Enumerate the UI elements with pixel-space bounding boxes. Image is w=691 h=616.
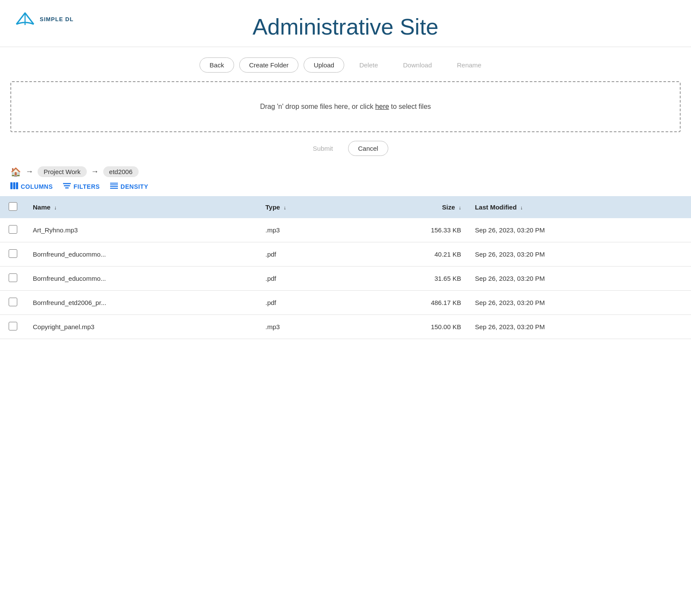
upload-button[interactable]: Upload (304, 57, 344, 73)
page-header: SIMPLE DL Administrative Site (0, 0, 691, 47)
download-button: Download (393, 57, 442, 73)
svg-rect-3 (16, 182, 18, 189)
svg-rect-2 (13, 182, 16, 189)
cancel-button[interactable]: Cancel (348, 141, 388, 156)
home-icon[interactable]: 🏠 (10, 167, 21, 177)
table-row[interactable]: Bornfreund_etd2006_pr....pdf486.17 KBSep… (0, 291, 691, 315)
table-row[interactable]: Bornfreund_educommo....pdf40.21 KBSep 26… (0, 242, 691, 267)
density-icon (110, 182, 118, 191)
col-header-size[interactable]: Size ↓ (351, 196, 468, 218)
breadcrumb: 🏠 → Project Work → etd2006 (0, 166, 691, 182)
logo-icon (14, 9, 36, 29)
columns-control[interactable]: COLUMNS (10, 182, 53, 191)
dropzone-link[interactable]: here (375, 103, 389, 110)
dropzone-text-before: Drag 'n' drop some files here, or click (260, 103, 375, 110)
file-table: Name ↓ Type ↓ Size ↓ Last Modified ↓ Art… (0, 196, 691, 339)
table-header-row: Name ↓ Type ↓ Size ↓ Last Modified ↓ (0, 196, 691, 218)
row-name: Copyright_panel.mp3 (26, 315, 259, 339)
row-type: .mp3 (259, 218, 351, 242)
row-checkbox-cell (0, 267, 26, 291)
row-size: 31.65 KB (351, 267, 468, 291)
row-checkbox-cell (0, 242, 26, 267)
form-actions: Submit Cancel (0, 141, 691, 156)
submit-button: Submit (303, 141, 343, 156)
row-name: Bornfreund_educommo... (26, 267, 259, 291)
row-type: .pdf (259, 242, 351, 267)
col-header-last-modified[interactable]: Last Modified ↓ (468, 196, 691, 218)
row-checkbox-2[interactable] (9, 273, 17, 282)
col-header-name[interactable]: Name ↓ (26, 196, 259, 218)
table-toolbar: COLUMNS FILTERS DENSITY (0, 182, 691, 196)
breadcrumb-etd2006[interactable]: etd2006 (103, 166, 139, 177)
row-last-modified: Sep 26, 2023, 03:20 PM (468, 315, 691, 339)
density-label: DENSITY (120, 183, 148, 190)
filters-control[interactable]: FILTERS (63, 182, 100, 191)
row-type: .pdf (259, 267, 351, 291)
dropzone[interactable]: Drag 'n' drop some files here, or click … (10, 81, 681, 132)
row-last-modified: Sep 26, 2023, 03:20 PM (468, 291, 691, 315)
svg-rect-1 (10, 182, 13, 189)
col-header-checkbox[interactable] (0, 196, 26, 218)
density-control[interactable]: DENSITY (110, 182, 148, 191)
create-folder-button[interactable]: Create Folder (239, 57, 299, 73)
filters-icon (63, 182, 71, 191)
row-name: Bornfreund_educommo... (26, 242, 259, 267)
table-row[interactable]: Copyright_panel.mp3.mp3150.00 KBSep 26, … (0, 315, 691, 339)
type-sort-icon: ↓ (284, 205, 286, 211)
row-name: Art_Ryhno.mp3 (26, 218, 259, 242)
row-size: 486.17 KB (351, 291, 468, 315)
columns-label: COLUMNS (21, 183, 53, 190)
breadcrumb-project-work[interactable]: Project Work (38, 166, 87, 177)
row-checkbox-1[interactable] (9, 249, 17, 258)
row-size: 40.21 KB (351, 242, 468, 267)
row-checkbox-cell (0, 315, 26, 339)
size-sort-icon: ↓ (459, 205, 461, 211)
table-row[interactable]: Bornfreund_educommo....pdf31.65 KBSep 26… (0, 267, 691, 291)
last-modified-sort-icon: ↓ (520, 205, 523, 211)
row-last-modified: Sep 26, 2023, 03:20 PM (468, 218, 691, 242)
row-last-modified: Sep 26, 2023, 03:20 PM (468, 267, 691, 291)
row-size: 156.33 KB (351, 218, 468, 242)
row-type: .mp3 (259, 315, 351, 339)
main-toolbar: Back Create Folder Upload Delete Downloa… (0, 47, 691, 81)
row-type: .pdf (259, 291, 351, 315)
row-name: Bornfreund_etd2006_pr... (26, 291, 259, 315)
row-checkbox-cell (0, 291, 26, 315)
row-checkbox-3[interactable] (9, 298, 17, 306)
page-title: Administrative Site (253, 14, 439, 40)
dropzone-text-after: to select files (389, 103, 431, 110)
table-row[interactable]: Art_Ryhno.mp3.mp3156.33 KBSep 26, 2023, … (0, 218, 691, 242)
columns-icon (10, 182, 18, 191)
back-button[interactable]: Back (200, 57, 234, 73)
filters-label: FILTERS (73, 183, 100, 190)
select-all-checkbox[interactable] (9, 202, 17, 211)
row-checkbox-0[interactable] (9, 225, 17, 234)
row-checkbox-4[interactable] (9, 322, 17, 330)
row-last-modified: Sep 26, 2023, 03:20 PM (468, 242, 691, 267)
row-size: 150.00 KB (351, 315, 468, 339)
delete-button: Delete (349, 57, 388, 73)
logo-text: SIMPLE DL (40, 16, 73, 22)
row-checkbox-cell (0, 218, 26, 242)
file-table-body: Art_Ryhno.mp3.mp3156.33 KBSep 26, 2023, … (0, 218, 691, 339)
breadcrumb-arrow-2: → (91, 167, 99, 176)
breadcrumb-arrow-1: → (25, 167, 33, 176)
name-sort-icon: ↓ (54, 205, 57, 211)
logo-area: SIMPLE DL (14, 9, 73, 29)
col-header-type[interactable]: Type ↓ (259, 196, 351, 218)
rename-button: Rename (447, 57, 491, 73)
